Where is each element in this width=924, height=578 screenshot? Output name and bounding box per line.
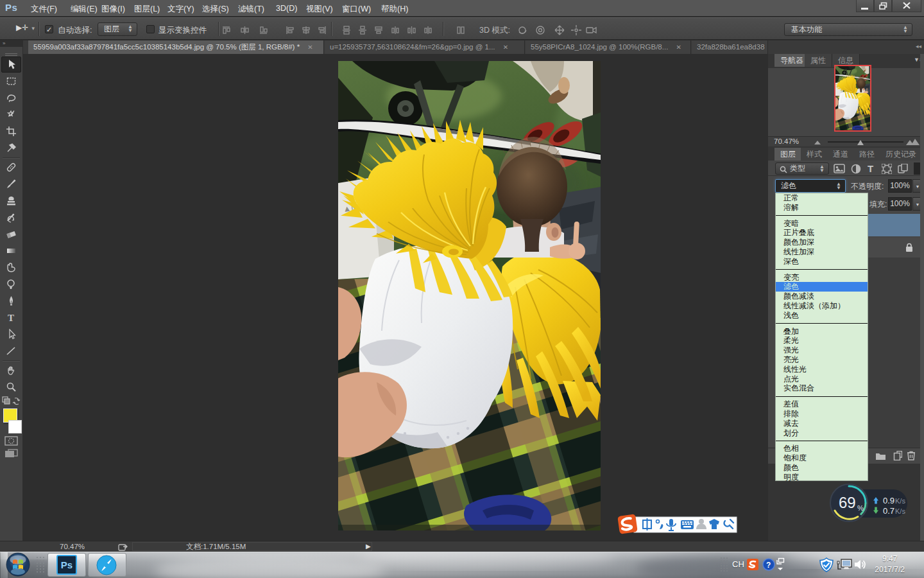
- svg-text:K/s: K/s: [895, 507, 905, 515]
- svg-text:0.9: 0.9: [883, 496, 894, 505]
- svg-text:%: %: [857, 504, 864, 512]
- svg-text:T: T: [8, 313, 14, 323]
- svg-text:0.7: 0.7: [883, 506, 894, 516]
- svg-text:?: ?: [766, 561, 771, 570]
- svg-text:K/s: K/s: [895, 497, 905, 505]
- svg-text:69: 69: [839, 494, 856, 511]
